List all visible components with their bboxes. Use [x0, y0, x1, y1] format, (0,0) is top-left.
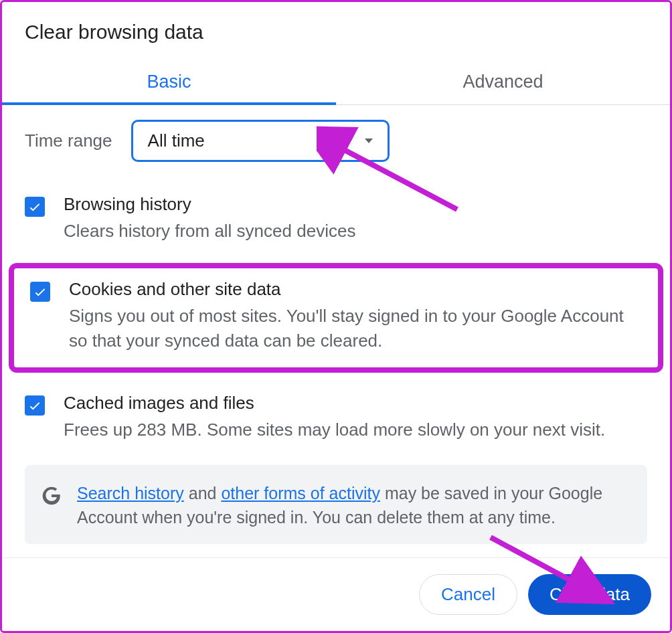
option-title: Cached images and files	[64, 393, 647, 414]
option-browsing-history: Browsing history Clears history from all…	[2, 179, 670, 258]
tab-basic[interactable]: Basic	[2, 60, 336, 104]
cancel-button[interactable]: Cancel	[419, 574, 517, 615]
time-range-label: Time range	[25, 130, 112, 151]
option-cache: Cached images and files Frees up 283 MB.…	[2, 378, 670, 456]
option-title: Cookies and other site data	[69, 279, 642, 300]
time-range-row: Time range All time	[2, 105, 670, 179]
tab-advanced[interactable]: Advanced	[336, 60, 670, 104]
tab-bar: Basic Advanced	[2, 60, 670, 105]
check-icon	[27, 398, 42, 413]
other-activity-link[interactable]: other forms of activity	[221, 484, 380, 503]
option-desc: Signs you out of most sites. You'll stay…	[69, 304, 642, 353]
caret-down-icon	[365, 139, 373, 143]
time-range-select[interactable]: All time	[131, 120, 390, 162]
clear-data-button[interactable]: Clear data	[528, 574, 651, 615]
option-cookies: Cookies and other site data Signs you ou…	[9, 263, 663, 373]
dialog-footer: Cancel Clear data	[2, 557, 670, 631]
checkbox-cache[interactable]	[25, 395, 45, 416]
check-icon	[27, 199, 42, 214]
search-history-link[interactable]: Search history	[77, 484, 184, 503]
google-logo-icon	[41, 485, 62, 509]
dialog-title: Clear browsing data	[2, 2, 670, 60]
info-text: Search history and other forms of activi…	[77, 481, 631, 530]
option-title: Browsing history	[64, 194, 647, 215]
check-icon	[33, 284, 48, 299]
clear-browsing-data-dialog: Clear browsing data Basic Advanced Time …	[0, 0, 672, 633]
time-range-value: All time	[148, 130, 205, 151]
option-desc: Clears history from all synced devices	[64, 219, 647, 243]
google-info-box: Search history and other forms of activi…	[25, 465, 647, 545]
checkbox-cookies[interactable]	[30, 282, 50, 302]
option-desc: Frees up 283 MB. Some sites may load mor…	[64, 418, 647, 442]
checkbox-browsing-history[interactable]	[25, 197, 45, 217]
